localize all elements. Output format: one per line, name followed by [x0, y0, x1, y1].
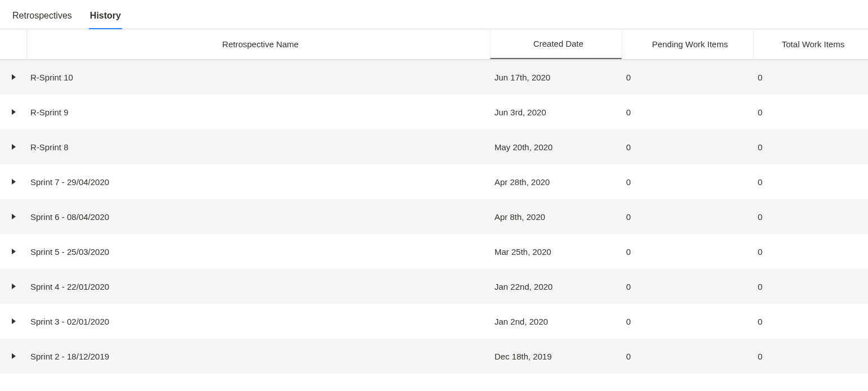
cell-created-date: May 20th, 2020: [490, 129, 622, 164]
column-name[interactable]: Retrospective Name: [27, 29, 490, 59]
table-row[interactable]: R-Sprint 9Jun 3rd, 202000: [0, 95, 868, 129]
expand-toggle[interactable]: [0, 164, 27, 199]
cell-created-date: Apr 28th, 2020: [490, 164, 622, 199]
cell-name: Sprint 4 - 22/01/2020: [27, 269, 490, 304]
caret-right-icon: [12, 144, 16, 150]
cell-total: 0: [753, 269, 868, 304]
caret-right-icon: [12, 249, 16, 254]
table-row[interactable]: Sprint 6 - 08/04/2020Apr 8th, 202000: [0, 199, 868, 234]
cell-name: Sprint 5 - 25/03/2020: [27, 234, 490, 269]
cell-total: 0: [753, 164, 868, 199]
table-header: Retrospective Name Created Date Pending …: [0, 29, 868, 60]
cell-pending: 0: [622, 339, 753, 374]
caret-right-icon: [12, 179, 16, 185]
column-pending-work-items[interactable]: Pending Work Items: [622, 29, 753, 59]
expand-toggle[interactable]: [0, 95, 27, 129]
table-row[interactable]: Sprint 5 - 25/03/2020Mar 25th, 202000: [0, 234, 868, 269]
column-expand: [0, 29, 27, 59]
cell-total: 0: [753, 304, 868, 339]
cell-name: Sprint 7 - 29/04/2020: [27, 164, 490, 199]
cell-pending: 0: [622, 234, 753, 269]
cell-name: R-Sprint 10: [27, 60, 490, 95]
expand-toggle[interactable]: [0, 339, 27, 374]
tab-retrospectives[interactable]: Retrospectives: [11, 3, 73, 29]
cell-created-date: Mar 25th, 2020: [490, 234, 622, 269]
cell-name: R-Sprint 8: [27, 129, 490, 164]
history-table: Retrospective Name Created Date Pending …: [0, 29, 868, 374]
table-row[interactable]: Sprint 4 - 22/01/2020Jan 22nd, 202000: [0, 269, 868, 304]
cell-pending: 0: [622, 199, 753, 234]
cell-pending: 0: [622, 304, 753, 339]
table-row[interactable]: R-Sprint 8May 20th, 202000: [0, 129, 868, 164]
cell-total: 0: [753, 199, 868, 234]
caret-right-icon: [12, 214, 16, 219]
expand-toggle[interactable]: [0, 129, 27, 164]
table-row[interactable]: Sprint 7 - 29/04/2020Apr 28th, 202000: [0, 164, 868, 199]
cell-created-date: Jan 2nd, 2020: [490, 304, 622, 339]
caret-right-icon: [12, 318, 16, 324]
cell-pending: 0: [622, 269, 753, 304]
table-body: R-Sprint 10Jun 17th, 202000R-Sprint 9Jun…: [0, 60, 868, 374]
cell-total: 0: [753, 234, 868, 269]
cell-total: 0: [753, 95, 868, 129]
cell-created-date: Apr 8th, 2020: [490, 199, 622, 234]
cell-name: Sprint 3 - 02/01/2020: [27, 304, 490, 339]
cell-name: Sprint 6 - 08/04/2020: [27, 199, 490, 234]
table-row[interactable]: R-Sprint 10Jun 17th, 202000: [0, 60, 868, 95]
cell-name: R-Sprint 9: [27, 95, 490, 129]
cell-created-date: Dec 18th, 2019: [490, 339, 622, 374]
tab-bar: Retrospectives History: [0, 0, 868, 29]
cell-total: 0: [753, 339, 868, 374]
cell-pending: 0: [622, 164, 753, 199]
cell-created-date: Jun 17th, 2020: [490, 60, 622, 95]
column-created-date[interactable]: Created Date: [490, 29, 622, 59]
cell-pending: 0: [622, 60, 753, 95]
expand-toggle[interactable]: [0, 269, 27, 304]
caret-right-icon: [12, 284, 16, 289]
table-row[interactable]: Sprint 3 - 02/01/2020Jan 2nd, 202000: [0, 304, 868, 339]
cell-created-date: Jun 3rd, 2020: [490, 95, 622, 129]
expand-toggle[interactable]: [0, 60, 27, 95]
expand-toggle[interactable]: [0, 234, 27, 269]
cell-total: 0: [753, 129, 868, 164]
expand-toggle[interactable]: [0, 199, 27, 234]
column-total-work-items[interactable]: Total Work Items: [753, 29, 868, 59]
caret-right-icon: [12, 109, 16, 115]
caret-right-icon: [12, 353, 16, 359]
cell-total: 0: [753, 60, 868, 95]
cell-created-date: Jan 22nd, 2020: [490, 269, 622, 304]
cell-name: Sprint 2 - 18/12/2019: [27, 339, 490, 374]
caret-right-icon: [12, 74, 16, 80]
expand-toggle[interactable]: [0, 304, 27, 339]
tab-history[interactable]: History: [89, 3, 122, 29]
table-row[interactable]: Sprint 2 - 18/12/2019Dec 18th, 201900: [0, 339, 868, 374]
cell-pending: 0: [622, 129, 753, 164]
cell-pending: 0: [622, 95, 753, 129]
